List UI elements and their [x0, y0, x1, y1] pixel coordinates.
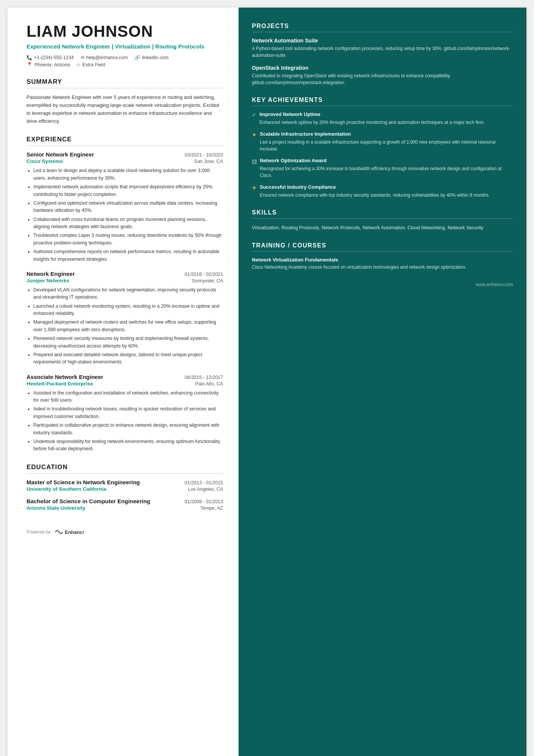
- enhancv-logo-icon: Enhancv: [53, 528, 84, 536]
- achievements-section: KEY ACHIEVEMENTS ✔ Improved Network Upti…: [252, 97, 513, 199]
- phone-icon: 📞: [27, 55, 32, 60]
- candidate-subtitle: Experienced Network Engineer | Virtualiz…: [27, 42, 223, 50]
- edu-location: Los Angeles, CA: [188, 487, 223, 492]
- job-bullet: Authored comprehensive reports on networ…: [33, 248, 223, 263]
- project-name: OpenStack Integration: [252, 65, 513, 71]
- right-footer: www.enhancv.com: [252, 282, 513, 287]
- job-title: Senior Network Engineer: [27, 151, 94, 158]
- job-dates: 03/2021 - 10/2023: [185, 152, 223, 158]
- job-company: Juniper Networks: [27, 278, 69, 283]
- summary-section: SUMMARY Passionate Network Engineer with…: [27, 78, 223, 125]
- projects-title: PROJECTS: [252, 23, 513, 32]
- training-title: TRAINING / COURSES: [252, 242, 513, 252]
- extra-field-item: ☆ Extra Field: [76, 62, 105, 67]
- job-bullet: Developed VLAN configurations for networ…: [33, 286, 223, 301]
- edu-item: Master of Science in Network Engineering…: [27, 479, 223, 492]
- job-bullet: Collaborated with cross-functional teams…: [33, 216, 223, 231]
- education-title: EDUCATION: [27, 463, 223, 474]
- edu-header-row: Master of Science in Network Engineering…: [27, 479, 223, 485]
- achievement-title: Network Optimization Award: [260, 158, 513, 164]
- check-icon: ✔: [252, 112, 256, 126]
- education-section: EDUCATION Master of Science in Network E…: [27, 463, 223, 511]
- job-bullet: Assisted in the configuration and instal…: [33, 390, 223, 404]
- edu-dates: 01/2013 - 01/2015: [185, 480, 223, 485]
- achievement-item: ⊟ Network Optimization Award Recognized …: [252, 158, 513, 179]
- location-item: 📍 Phoenix, Arizona: [27, 62, 70, 67]
- skills-list: Virtualization, Routing Protocols, Netwo…: [252, 224, 513, 232]
- edu-dates: 01/2009 - 01/2013: [185, 499, 223, 504]
- edu-university: Arizona State University: [27, 505, 85, 511]
- edu-header-row: Bachelor of Science in Computer Engineer…: [27, 498, 223, 504]
- job-bullets-list: Led a team to design and deploy a scalab…: [27, 167, 223, 263]
- skills-title: SKILLS: [252, 209, 513, 219]
- projects-section: PROJECTS Network Automation Suite A Pyth…: [252, 23, 513, 86]
- project-item: Network Automation Suite A Python-based …: [252, 38, 513, 59]
- linkedin-icon: 🔗: [134, 55, 140, 60]
- job-item: Senior Network Engineer 03/2021 - 10/202…: [27, 151, 223, 263]
- job-item: Network Engineer 01/2018 - 02/2021 Junip…: [27, 271, 223, 366]
- achievement-desc: Enhanced network uptime by 20% through p…: [259, 119, 484, 126]
- location-row: 📍 Phoenix, Arizona ☆ Extra Field: [27, 62, 223, 67]
- job-bullet: Aided in troubleshooting network issues,…: [33, 405, 223, 420]
- training-course-title: Network Virtualization Fundamentals: [252, 257, 513, 263]
- job-header-row: Network Engineer 01/2018 - 02/2021: [27, 271, 223, 277]
- project-description: Contributed to integrating OpenStack wit…: [252, 72, 513, 86]
- job-company: Cisco Systems: [27, 158, 63, 164]
- achievement-content: Successful Industry Compliance Ensured n…: [260, 184, 490, 199]
- job-location: Sunnyvale, CA: [192, 278, 223, 283]
- job-bullet: Led a team to design and deploy a scalab…: [33, 167, 223, 182]
- job-dates: 06/2015 - 12/2017: [185, 375, 223, 380]
- job-company: Hewlett-Packard Enterprise: [27, 381, 93, 387]
- job-title: Associate Network Engineer: [27, 374, 103, 380]
- job-item: Associate Network Engineer 06/2015 - 12/…: [27, 374, 223, 453]
- location-text: Phoenix, Arizona: [34, 62, 70, 67]
- email-item: ✉ help@enhancv.com: [81, 55, 128, 60]
- job-company-row: Hewlett-Packard Enterprise Palo Alto, CA: [27, 381, 223, 387]
- job-bullet: Pioneered network security measures by t…: [33, 335, 223, 350]
- achievement-content: Improved Network Uptime Enhanced network…: [259, 111, 484, 126]
- job-dates: 01/2018 - 02/2021: [185, 272, 223, 277]
- job-header-row: Associate Network Engineer 06/2015 - 12/…: [27, 374, 223, 380]
- job-company-row: Cisco Systems San Jose, CA: [27, 158, 223, 164]
- star-icon: ★: [252, 131, 257, 152]
- job-bullet: Launched a robust network monitoring sys…: [33, 303, 223, 318]
- achievement-title: Scalable Infrastructure Implementation: [260, 131, 513, 138]
- skills-section: SKILLS Virtualization, Routing Protocols…: [252, 209, 513, 232]
- email-address: help@enhancv.com: [86, 55, 128, 60]
- extra-field-text: Extra Field: [83, 62, 105, 67]
- svg-text:Enhancv: Enhancv: [65, 529, 84, 535]
- header-section: LIAM JOHNSON Experienced Network Enginee…: [27, 23, 223, 67]
- achievement-content: Scalable Infrastructure Implementation L…: [260, 131, 513, 152]
- candidate-name: LIAM JOHNSON: [27, 23, 223, 40]
- left-footer: Powered by Enhancv: [27, 517, 223, 536]
- experience-section: EXPERIENCE Senior Network Engineer 03/20…: [27, 136, 223, 452]
- training-section: TRAINING / COURSES Network Virtualizatio…: [252, 242, 513, 271]
- location-pin-icon: 📍: [27, 62, 33, 67]
- edu-uni-row: Arizona State University Tempe, AZ: [27, 505, 223, 511]
- website-url: www.enhancv.com: [476, 282, 513, 287]
- job-location: Palo Alto, CA: [195, 381, 223, 387]
- project-description: A Python-based tool automating network c…: [252, 45, 513, 59]
- job-bullet: Participated in collaborative projects t…: [33, 422, 223, 437]
- job-bullet: Managed deployment of network routers an…: [33, 319, 223, 333]
- job-bullet: Troubleshot complex Layer 3 routing issu…: [33, 232, 223, 247]
- award-icon: ⊟: [252, 158, 257, 179]
- project-item: OpenStack Integration Contributed to int…: [252, 65, 513, 86]
- edu-uni-row: University of Southern California Los An…: [27, 486, 223, 492]
- edu-item: Bachelor of Science in Computer Engineer…: [27, 498, 223, 511]
- job-bullets-list: Assisted in the configuration and instal…: [27, 390, 223, 453]
- achievement-desc: Ensured network compliance with top indu…: [260, 192, 490, 199]
- linkedin-item: 🔗 linkedin.com: [134, 55, 168, 60]
- powered-by-text: Powered by: [27, 529, 50, 535]
- job-bullets-list: Developed VLAN configurations for networ…: [27, 286, 223, 366]
- summary-title: SUMMARY: [27, 78, 223, 88]
- job-bullet: Prepared and executed detailed network d…: [33, 351, 223, 366]
- job-bullet: Configured and optimized network virtual…: [33, 200, 223, 214]
- training-item: Network Virtualization Fundamentals Cisc…: [252, 257, 513, 271]
- edu-degree: Bachelor of Science in Computer Engineer…: [27, 498, 150, 504]
- achievement-item: ★ Successful Industry Compliance Ensured…: [252, 184, 513, 199]
- right-column: PROJECTS Network Automation Suite A Pyth…: [239, 8, 526, 756]
- job-bullet: Implemented network automation scripts t…: [33, 183, 223, 198]
- edu-location: Tempe, AZ: [200, 506, 223, 511]
- phone-item: 📞 +1-(234)-555-1234: [27, 55, 74, 60]
